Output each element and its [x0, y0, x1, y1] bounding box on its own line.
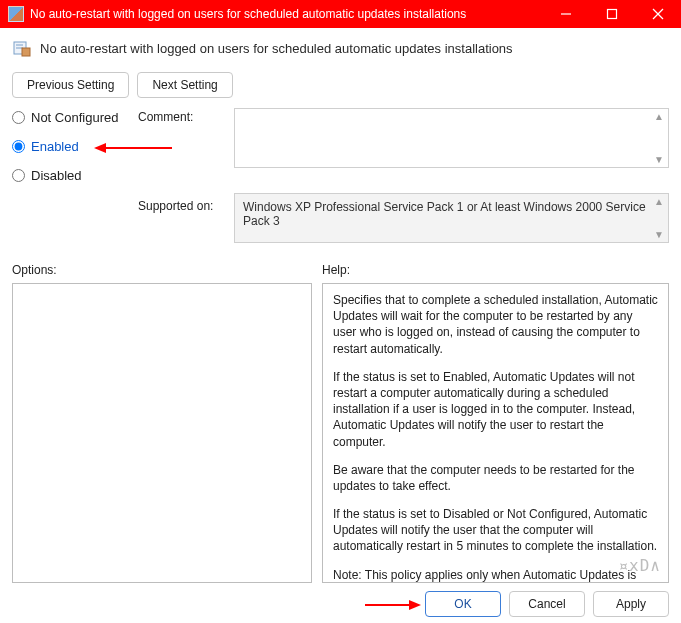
close-button[interactable]: [635, 0, 681, 28]
help-paragraph: Note: This policy applies only when Auto…: [333, 567, 658, 583]
annotation-arrow-ok: [365, 597, 421, 616]
scroll-down-icon[interactable]: ▼: [652, 154, 666, 165]
app-icon: [8, 6, 24, 22]
radio-enabled-label: Enabled: [31, 139, 79, 154]
scroll-down-icon[interactable]: ▼: [652, 229, 666, 240]
page-title: No auto-restart with logged on users for…: [40, 41, 513, 56]
supported-on-text: Windows XP Professional Service Pack 1 o…: [243, 200, 646, 228]
titlebar: No auto-restart with logged on users for…: [0, 0, 681, 28]
cancel-button[interactable]: Cancel: [509, 591, 585, 617]
comment-label: Comment:: [138, 108, 228, 124]
radio-disabled[interactable]: Disabled: [12, 166, 132, 185]
help-paragraph: If the status is set to Enabled, Automat…: [333, 369, 658, 450]
heading-row: No auto-restart with logged on users for…: [12, 38, 669, 58]
next-setting-button[interactable]: Next Setting: [137, 72, 232, 98]
radio-disabled-input[interactable]: [12, 169, 25, 182]
radio-disabled-label: Disabled: [31, 168, 82, 183]
nav-row: Previous Setting Next Setting: [12, 72, 669, 98]
maximize-button[interactable]: [589, 0, 635, 28]
radio-not-configured-input[interactable]: [12, 111, 25, 124]
minimize-button[interactable]: [543, 0, 589, 28]
apply-button[interactable]: Apply: [593, 591, 669, 617]
svg-marker-9: [94, 143, 106, 153]
previous-setting-button[interactable]: Previous Setting: [12, 72, 129, 98]
annotation-arrow-enabled: [94, 140, 172, 156]
radio-not-configured[interactable]: Not Configured: [12, 108, 132, 127]
help-paragraph: Specifies that to complete a scheduled i…: [333, 292, 658, 357]
help-panel: Specifies that to complete a scheduled i…: [322, 283, 669, 583]
svg-rect-7: [22, 48, 30, 56]
footer-buttons: OK Cancel Apply: [425, 591, 669, 617]
help-paragraph: Be aware that the computer needs to be r…: [333, 462, 658, 494]
window-title: No auto-restart with logged on users for…: [30, 7, 543, 21]
window-controls: [543, 0, 681, 28]
radio-not-configured-label: Not Configured: [31, 110, 118, 125]
radio-enabled[interactable]: Enabled: [12, 137, 132, 156]
options-panel: [12, 283, 312, 583]
svg-marker-11: [409, 600, 421, 610]
comment-textbox[interactable]: ▲ ▼: [234, 108, 669, 168]
ok-button[interactable]: OK: [425, 591, 501, 617]
help-label: Help:: [322, 263, 669, 277]
policy-icon: [12, 38, 32, 58]
svg-rect-1: [608, 10, 617, 19]
radio-enabled-input[interactable]: [12, 140, 25, 153]
options-label: Options:: [12, 263, 312, 277]
scroll-up-icon[interactable]: ▲: [652, 196, 666, 207]
help-paragraph: If the status is set to Disabled or Not …: [333, 506, 658, 555]
watermark: ¤xD∧: [618, 556, 661, 575]
supported-on-label: Supported on:: [138, 193, 228, 213]
scroll-up-icon[interactable]: ▲: [652, 111, 666, 122]
supported-on-textbox: Windows XP Professional Service Pack 1 o…: [234, 193, 669, 243]
